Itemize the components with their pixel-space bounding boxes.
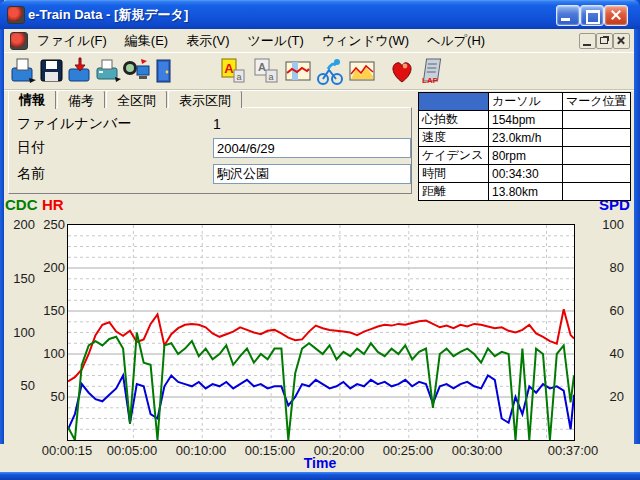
maximize-button[interactable] xyxy=(580,5,604,26)
svg-text:a: a xyxy=(236,72,241,82)
table-row: 距離13.80km xyxy=(419,183,631,201)
spd-tick: 60 xyxy=(580,303,624,318)
tab-display-section[interactable]: 表示区間 xyxy=(168,90,242,108)
document-icon xyxy=(10,32,28,50)
table-row: 速度23.0km/h xyxy=(419,129,631,147)
time-tick: 00:05:00 xyxy=(100,443,164,458)
lap-button[interactable]: LAP xyxy=(416,55,448,87)
time-tick: 00:15:00 xyxy=(238,443,302,458)
time-tick: 00:20:00 xyxy=(307,443,371,458)
maximize-icon xyxy=(586,10,600,24)
hr-tick: 250 xyxy=(36,217,65,232)
tab-notes[interactable]: 備考 xyxy=(57,90,105,108)
svg-text:a: a xyxy=(268,72,273,82)
name-input[interactable] xyxy=(213,164,411,184)
plot-area[interactable] xyxy=(67,224,575,441)
spd-tick: 100 xyxy=(580,217,624,232)
child-restore-icon xyxy=(600,37,608,44)
svg-text:A: A xyxy=(224,61,234,76)
menu-items: ファイル(F)編集(E)表示(V)ツール(T)ウィンドウ(W)ヘルプ(H) xyxy=(28,29,494,52)
minimize-button[interactable] xyxy=(556,5,580,26)
cursor-table: カーソルマーク位置心拍数154bpm速度23.0km/hケイデンス80rpm時間… xyxy=(418,92,631,201)
row-label: 心拍数 xyxy=(419,111,489,129)
minimize-icon xyxy=(561,18,570,21)
cursor-value: 154bpm xyxy=(489,111,563,129)
close-button[interactable] xyxy=(604,5,628,26)
cdc-tick: 50 xyxy=(4,378,35,393)
cdc-tick: 150 xyxy=(4,271,35,286)
exit-button[interactable] xyxy=(148,55,180,87)
font-decrease-button[interactable]: A a xyxy=(249,55,281,87)
menu-tools[interactable]: ツール(T) xyxy=(239,30,313,52)
time-tick: 00:00:15 xyxy=(35,443,99,458)
time-tick: 00:10:00 xyxy=(169,443,233,458)
cdc-tick: 200 xyxy=(4,217,35,232)
open-file-icon xyxy=(9,56,39,86)
date-input[interactable] xyxy=(213,138,411,158)
font-increase-button[interactable]: A a xyxy=(216,55,248,87)
save-icon xyxy=(37,56,67,86)
menu-edit[interactable]: 編集(E) xyxy=(116,30,177,52)
area-graph-icon xyxy=(347,56,377,86)
cursor-value: 00:34:30 xyxy=(489,165,563,183)
row-label: 時間 xyxy=(419,165,489,183)
chart-panel: CDC HR SPD Time 200150100502502001501005… xyxy=(4,195,634,472)
cursor-table-header xyxy=(419,93,489,111)
hr-tick: 50 xyxy=(36,389,65,404)
font-decrease-icon: A a xyxy=(250,56,280,86)
title-bar[interactable]: e-Train Data - [新規データ] xyxy=(0,0,640,29)
tab-all-section[interactable]: 全区間 xyxy=(106,90,167,108)
area-graph-button[interactable] xyxy=(346,55,378,87)
window-title: e-Train Data - [新規データ] xyxy=(28,6,188,24)
child-close-icon xyxy=(614,34,629,48)
heart-rate-button[interactable] xyxy=(386,55,418,87)
svg-text:LAP: LAP xyxy=(422,76,439,85)
close-icon xyxy=(605,6,627,25)
row-label: ケイデンス xyxy=(419,147,489,165)
time-tick: 00:30:00 xyxy=(445,443,509,458)
app-icon xyxy=(7,6,25,24)
mark-value xyxy=(563,129,631,147)
cyclist-view-icon xyxy=(315,56,345,86)
row-label: 速度 xyxy=(419,129,489,147)
cursor-table-header: カーソル xyxy=(489,93,563,111)
cursor-value: 13.80km xyxy=(489,183,563,201)
exit-icon xyxy=(149,56,179,86)
menu-view[interactable]: 表示(V) xyxy=(177,30,238,52)
hr-tick: 150 xyxy=(36,303,65,318)
table-row: ケイデンス80rpm xyxy=(419,147,631,165)
tab-info[interactable]: 情報 xyxy=(8,88,56,109)
menu-file[interactable]: ファイル(F) xyxy=(28,30,116,52)
import-data-icon xyxy=(65,56,95,86)
child-close-button[interactable] xyxy=(613,33,630,49)
mark-value xyxy=(563,111,631,129)
heart-rate-icon xyxy=(387,56,417,86)
name-label: 名前 xyxy=(17,165,213,183)
table-row: 時間00:34:30 xyxy=(419,165,631,183)
menu-help[interactable]: ヘルプ(H) xyxy=(418,30,494,52)
svg-text:A: A xyxy=(258,61,266,73)
hr-tick: 100 xyxy=(36,346,65,361)
hr-axis-label: HR xyxy=(42,196,64,213)
mark-value xyxy=(563,147,631,165)
cursor-value: 80rpm xyxy=(489,147,563,165)
menu-bar: ファイル(F)編集(E)表示(V)ツール(T)ウィンドウ(W)ヘルプ(H) xyxy=(4,29,634,52)
child-minimize-button[interactable] xyxy=(579,33,596,49)
graph-view-button[interactable] xyxy=(282,55,314,87)
tab-strip: 情報備考全区間表示区間 xyxy=(8,90,243,109)
menu-window[interactable]: ウィンドウ(W) xyxy=(313,30,418,52)
print-icon xyxy=(93,56,123,86)
cyclist-view-button[interactable] xyxy=(314,55,346,87)
series-spd xyxy=(68,376,574,430)
toolbar: A a A a xyxy=(4,52,634,90)
mark-value xyxy=(563,183,631,201)
file-number-label: ファイルナンバー xyxy=(17,115,213,133)
cdc-axis-label: CDC xyxy=(5,196,38,213)
window-border-bottom xyxy=(0,472,640,480)
spd-tick: 20 xyxy=(580,389,624,404)
time-tick: 00:37:00 xyxy=(541,443,605,458)
time-tick: 00:25:00 xyxy=(376,443,440,458)
device-transfer-icon xyxy=(121,56,151,86)
hr-tick: 200 xyxy=(36,260,65,275)
child-restore-button[interactable] xyxy=(596,33,613,49)
